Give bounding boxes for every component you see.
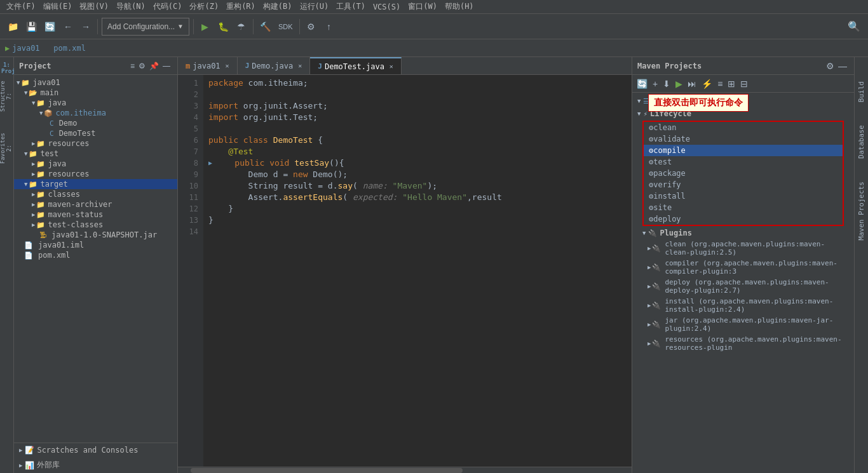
tree-item-maven-status[interactable]: ▶ 📁 maven-status (14, 210, 177, 220)
plugin-resources[interactable]: ▶ 🔌 resources (org.apache.maven.plugins:… (632, 334, 854, 353)
tab-demo[interactable]: J Demo.java ✕ (238, 57, 311, 74)
toolbar-search-btn[interactable]: 🔍 (845, 18, 863, 36)
menu-navigate[interactable]: 导航(N) (112, 0, 149, 13)
menu-view[interactable]: 视图(V) (76, 0, 112, 13)
maven-add-btn[interactable]: + (651, 77, 660, 90)
plugins-header[interactable]: ▼ 🔌 Plugins (632, 227, 854, 239)
menu-run[interactable]: 运行(U) (296, 0, 333, 13)
scratches-item[interactable]: ▶ 📝 Scratches and Consoles (14, 443, 177, 457)
tab-close-java01[interactable]: ✕ (226, 62, 229, 69)
tree-item-com-itheima[interactable]: ▼ 📦 com.itheima (14, 108, 177, 118)
tree-item-maven-archiver[interactable]: ▶ 📁 maven-archiver (14, 199, 177, 210)
tree-label-test: test (40, 149, 58, 158)
maven-refresh-btn[interactable]: 🔄 (635, 77, 649, 90)
sidebar-favorites-icon[interactable]: 2: Favorites (0, 130, 13, 168)
tree-item-main[interactable]: ▼ 📂 main (14, 88, 177, 98)
lifecycle-install[interactable]: ⚙ install (644, 190, 843, 202)
maven-sort-btn[interactable]: ≡ (715, 77, 724, 90)
tree-arrow-com-itheima: ▼ (39, 110, 43, 116)
maven-expand-btn[interactable]: ⊞ (726, 77, 737, 90)
maven-close-btn[interactable]: — (836, 60, 849, 72)
menu-file[interactable]: 文件(F) (3, 0, 39, 13)
toolbar-debug-btn[interactable]: 🐛 (215, 18, 231, 36)
tree-item-test[interactable]: ▼ 📁 test (14, 149, 177, 159)
plugin-deploy[interactable]: ▶ 🔌 deploy (org.apache.maven.plugins:mav… (632, 277, 854, 296)
tree-item-test-java[interactable]: ▶ 📁 java (14, 159, 177, 169)
toolbar-back-btn[interactable]: ← (60, 18, 76, 36)
tree-item-resources[interactable]: ▶ 📁 resources (14, 138, 177, 149)
vtab-database[interactable]: Database (855, 120, 867, 164)
lifecycle-clean[interactable]: ⚙ clean (644, 122, 843, 133)
lifecycle-deploy[interactable]: ⚙ deploy (644, 213, 843, 225)
toolbar-coverage-btn[interactable]: ☂ (234, 18, 249, 36)
menu-help[interactable]: 帮助(H) (441, 0, 478, 13)
menu-tools[interactable]: 工具(T) (332, 0, 369, 13)
menu-refactor[interactable]: 重构(R) (222, 0, 259, 13)
tab-icon-m: m (186, 62, 190, 70)
toolbar-open-btn[interactable]: 📁 (5, 18, 21, 36)
project-panel-options-btn[interactable]: ≡ (128, 60, 137, 72)
gear-icon-install: ⚙ (649, 192, 653, 201)
maven-download-btn[interactable]: ⬇ (661, 77, 672, 90)
add-configuration-button[interactable]: Add Configuration... ▼ (102, 18, 189, 36)
gear-icon-verify: ⚙ (649, 180, 653, 189)
toolbar-save-btn[interactable]: 💾 (24, 18, 39, 36)
plugin-jar[interactable]: ▶ 🔌 jar (org.apache.maven.plugins:maven-… (632, 315, 854, 334)
plugin-install[interactable]: ▶ 🔌 install (org.apache.maven.plugins:ma… (632, 296, 854, 315)
lifecycle-test[interactable]: ⚙ test (644, 156, 843, 168)
horizontal-scrollbar[interactable] (178, 467, 632, 473)
menu-vcs[interactable]: VCS(S) (369, 1, 404, 13)
code-editor[interactable]: package com.itheima; import org.junit.As… (203, 75, 632, 467)
tree-arrow-test-resources: ▶ (32, 171, 35, 177)
plugin-clean[interactable]: ▶ 🔌 clean (org.apache.maven.plugins:mave… (632, 239, 854, 258)
toolbar-sync-btn[interactable]: 🔄 (42, 18, 58, 36)
tab-close-demotest[interactable]: ✕ (390, 63, 393, 70)
maven-run-btn[interactable]: ▶ (674, 77, 684, 90)
external-libs-item[interactable]: ▶ 📊 外部库 (14, 457, 177, 473)
sidebar-structure-icon[interactable]: 7: Structure (0, 77, 13, 116)
tree-item-demotest[interactable]: C DemoTest (14, 128, 177, 138)
tree-item-target[interactable]: ▼ 📁 target (14, 179, 177, 189)
project-panel-pin-btn[interactable]: 📌 (147, 60, 161, 72)
tab-close-demo[interactable]: ✕ (298, 62, 302, 69)
menu-edit[interactable]: 编辑(E) (39, 0, 76, 13)
menu-analyze[interactable]: 分析(Z) (186, 0, 222, 13)
toolbar-update-btn[interactable]: ↑ (322, 18, 337, 36)
menu-build[interactable]: 构建(B) (259, 0, 296, 13)
tree-item-test-resources[interactable]: ▶ 📁 resources (14, 169, 177, 179)
lifecycle-site[interactable]: ⚙ site (644, 202, 843, 213)
maven-settings-btn[interactable]: ⚙ (824, 60, 836, 72)
tab-java01[interactable]: m java01 ✕ (178, 57, 238, 74)
lifecycle-validate[interactable]: ⚙ validate (644, 133, 843, 145)
tree-item-test-classes[interactable]: ▶ 📁 test-classes (14, 220, 177, 230)
toolbar-run-btn[interactable]: ▶ (198, 18, 213, 36)
toolbar-vcs-btn[interactable]: ⚙ (304, 18, 319, 36)
tree-item-classes[interactable]: ▶ 📁 classes (14, 189, 177, 199)
lifecycle-verify[interactable]: ⚙ verify (644, 179, 843, 190)
sidebar-project-icon[interactable]: 1: Project (0, 60, 13, 76)
tree-item-main-java[interactable]: ▼ 📁 java (14, 98, 177, 108)
toolbar-build-btn[interactable]: 🔨 (257, 18, 273, 36)
maven-collapse-btn[interactable]: ⊟ (738, 77, 750, 90)
tree-item-pom[interactable]: 📄 pom.xml (14, 250, 177, 260)
toolbar-sdk-btn[interactable]: SDK (276, 18, 295, 36)
menu-code[interactable]: 代码(C) (149, 0, 186, 13)
maven-toggle-btn[interactable]: ⚡ (700, 77, 714, 90)
menu-window[interactable]: 窗口(W) (404, 0, 441, 13)
maven-skip-btn[interactable]: ⏭ (686, 77, 698, 90)
editor-content: 1 2 3 4 5 6 7 8 9 10 11 12 13 14 package… (178, 75, 632, 467)
project-panel-settings-btn[interactable]: ⚙ (137, 60, 147, 72)
project-panel-minimize-btn[interactable]: — (161, 60, 172, 72)
vtab-maven-projects[interactable]: Maven Projects (855, 177, 867, 246)
tree-item-java01[interactable]: ▼ 📁 java01 (14, 77, 177, 88)
plugin-clean-label: clean (org.apache.maven.plugins:maven-cl… (665, 240, 849, 256)
vtab-build[interactable]: Build (855, 76, 867, 107)
lifecycle-compile[interactable]: ⚙ compile (644, 145, 843, 156)
toolbar-forward-btn[interactable]: → (78, 18, 93, 36)
tree-item-jar[interactable]: 🗜 java01-1.0-SNAPSHOT.jar (14, 230, 177, 240)
lifecycle-package[interactable]: ⚙ package (644, 168, 843, 179)
plugin-compiler[interactable]: ▶ 🔌 compiler (org.apache.maven.plugins:m… (632, 258, 854, 277)
tree-item-iml[interactable]: 📄 java01.iml (14, 240, 177, 250)
tab-demotest[interactable]: J DemoTest.java ✕ (310, 57, 402, 74)
tree-item-demo[interactable]: C Demo (14, 118, 177, 128)
